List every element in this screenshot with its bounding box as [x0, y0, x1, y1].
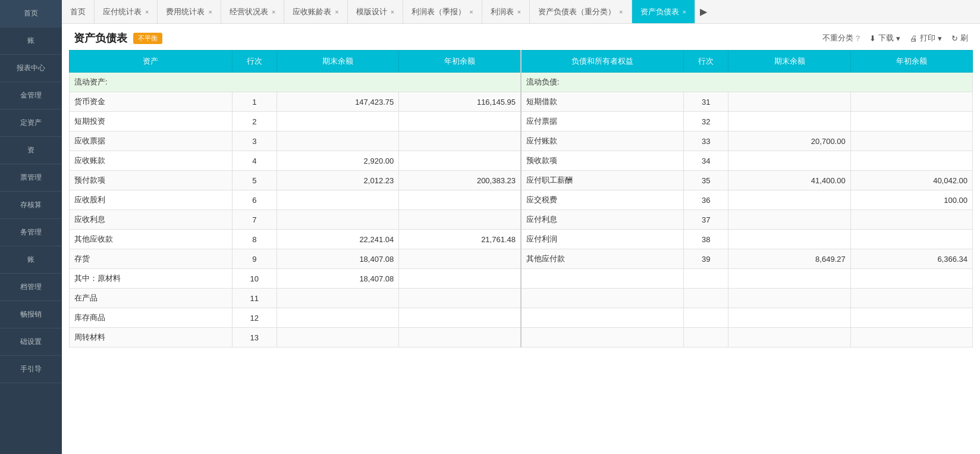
liability-label — [521, 269, 684, 289]
main-content: 首页应付统计表×费用统计表×经营状况表×应收账龄表×模版设计×利润表（季报）×利… — [62, 0, 980, 454]
end-balance2 — [728, 230, 850, 249]
end-balance — [277, 308, 398, 328]
tab-close-ar-aging[interactable]: × — [335, 8, 338, 15]
end-balance2 — [728, 112, 850, 131]
end-balance2 — [728, 190, 850, 210]
section-current-assets-row: 流动资产: 流动负债: — [70, 73, 973, 92]
row-num2: 36 — [684, 190, 728, 210]
sidebar-item-home[interactable]: 首页 — [0, 0, 62, 27]
tab-close-ap-stats[interactable]: × — [145, 8, 149, 15]
tab-close-expense-stats[interactable]: × — [208, 8, 212, 15]
tab-label-ar-aging: 应收账龄表 — [293, 7, 331, 17]
tab-close-business-status[interactable]: × — [272, 8, 275, 15]
header-end-balance: 期末余额 — [277, 51, 398, 73]
sidebar-item-tax-mgmt[interactable]: 务管理 — [0, 219, 62, 246]
tab-template-design[interactable]: 模版设计× — [348, 0, 403, 24]
sidebar-item-ledger[interactable]: 账 — [0, 246, 62, 274]
year-start-balance2 — [850, 112, 972, 131]
end-balance — [277, 289, 398, 308]
sidebar-item-archive-mgmt[interactable]: 档管理 — [0, 274, 62, 301]
sidebar-item-report-center[interactable]: 报表中心 — [0, 55, 62, 82]
tab-close-balance-sheet[interactable]: × — [683, 8, 686, 15]
tab-balance-reclassify[interactable]: 资产负债表（重分类）× — [530, 0, 632, 24]
end-balance: 147,423.75 — [277, 92, 398, 112]
asset-label: 预付款项 — [70, 171, 233, 190]
row-num: 1 — [232, 92, 277, 112]
no-classify-label: 不重分类 — [822, 33, 853, 43]
tab-close-balance-reclassify[interactable]: × — [619, 8, 623, 15]
sidebar-item-fund-mgmt[interactable]: 金管理 — [0, 82, 62, 109]
unbalanced-badge: 不平衡 — [133, 33, 162, 44]
tab-home[interactable]: 首页 — [62, 0, 95, 24]
tab-close-profit-table[interactable]: × — [517, 8, 521, 15]
sidebar-item-account[interactable]: 账 — [0, 27, 62, 55]
sidebar-item-basic-settings[interactable]: 础设置 — [0, 328, 62, 356]
tab-close-template-design[interactable]: × — [391, 8, 394, 15]
tab-business-status[interactable]: 经营状况表× — [221, 0, 284, 24]
tab-expense-stats[interactable]: 费用统计表× — [158, 0, 221, 24]
question-icon[interactable]: ? — [856, 34, 860, 43]
end-balance: 2,012.23 — [277, 171, 398, 190]
row-num2: 31 — [684, 92, 728, 112]
tab-label-home: 首页 — [70, 7, 86, 17]
asset-label: 短期投资 — [70, 112, 233, 131]
end-balance2: 20,700.00 — [728, 131, 850, 151]
end-balance — [277, 190, 398, 210]
tab-scroll-arrow[interactable]: ▶ — [695, 6, 712, 17]
download-button[interactable]: ⬇ 下载 ▾ — [869, 33, 900, 43]
tab-ap-stats[interactable]: 应付统计表× — [95, 0, 158, 24]
row-num2 — [684, 289, 728, 308]
year-start-balance2 — [850, 328, 972, 347]
current-liabilities-label: 流动负债: — [521, 73, 973, 92]
refresh-button[interactable]: ↻ 刷 — [951, 33, 968, 43]
table-row: 存货 9 18,407.08 其他应付款 39 8,649.27 6,366.3… — [70, 249, 973, 269]
asset-label: 在产品 — [70, 289, 233, 308]
year-start-balance2: 100.00 — [850, 190, 972, 210]
row-num2: 39 — [684, 249, 728, 269]
end-balance2 — [728, 92, 850, 112]
sidebar-item-fixed-assets[interactable]: 定资产 — [0, 109, 62, 137]
liability-label: 应付职工薪酬 — [521, 171, 684, 190]
asset-label: 其中：原材料 — [70, 269, 233, 289]
tab-label-balance-reclassify: 资产负债表（重分类） — [538, 7, 615, 17]
tab-bar: 首页应付统计表×费用统计表×经营状况表×应收账龄表×模版设计×利润表（季报）×利… — [62, 0, 980, 24]
balance-sheet-table: 资产 行次 期末余额 年初余额 负债和所有者权益 行次 期末余额 年初余额 流动… — [69, 50, 973, 347]
header-year-start: 年初余额 — [399, 51, 521, 73]
row-num: 10 — [232, 269, 277, 289]
end-balance2: 8,649.27 — [728, 249, 850, 269]
sidebar-item-ticket-mgmt[interactable]: 票管理 — [0, 164, 62, 192]
sidebar-item-guide[interactable]: 手引导 — [0, 356, 62, 383]
tab-profit-table[interactable]: 利润表× — [482, 0, 530, 24]
year-start-balance2 — [850, 92, 972, 112]
header-asset: 资产 — [70, 51, 233, 73]
row-num: 6 — [232, 190, 277, 210]
end-balance — [277, 210, 398, 230]
liability-label: 应付利润 — [521, 230, 684, 249]
table-row: 短期投资 2 应付票据 32 — [70, 112, 973, 131]
year-start-balance — [399, 328, 521, 347]
tab-close-profit-quarterly[interactable]: × — [469, 8, 473, 15]
tab-profit-quarterly[interactable]: 利润表（季报）× — [403, 0, 482, 24]
sidebar-item-invest[interactable]: 资 — [0, 137, 62, 164]
table-row: 库存商品 12 — [70, 308, 973, 328]
end-balance2 — [728, 289, 850, 308]
table-row: 应收账款 4 2,920.00 预收款项 34 — [70, 151, 973, 171]
tab-ar-aging[interactable]: 应收账龄表× — [284, 0, 347, 24]
row-num2: 35 — [684, 171, 728, 190]
row-num2: 32 — [684, 112, 728, 131]
end-balance2 — [728, 328, 850, 347]
row-num: 3 — [232, 131, 277, 151]
sidebar-item-inventory-calc[interactable]: 存核算 — [0, 192, 62, 219]
table-row: 应收股利 6 应交税费 36 100.00 — [70, 190, 973, 210]
page-header: 资产负债表 不平衡 不重分类 ? ⬇ 下载 ▾ 🖨 打印 ▾ ↻ 刷 — [62, 24, 980, 50]
print-button[interactable]: 🖨 打印 ▾ — [910, 33, 942, 43]
sidebar-item-sales[interactable]: 畅报销 — [0, 301, 62, 328]
refresh-icon: ↻ — [951, 34, 958, 43]
asset-label: 应收利息 — [70, 210, 233, 230]
tab-balance-sheet[interactable]: 资产负债表× — [632, 0, 695, 24]
sidebar: 首页账报表中心金管理定资产资票管理存核算务管理账档管理畅报销础设置手引导 — [0, 0, 62, 454]
year-start-balance2 — [850, 210, 972, 230]
year-start-balance2 — [850, 131, 972, 151]
year-start-balance — [399, 151, 521, 171]
year-start-balance: 200,383.23 — [399, 171, 521, 190]
